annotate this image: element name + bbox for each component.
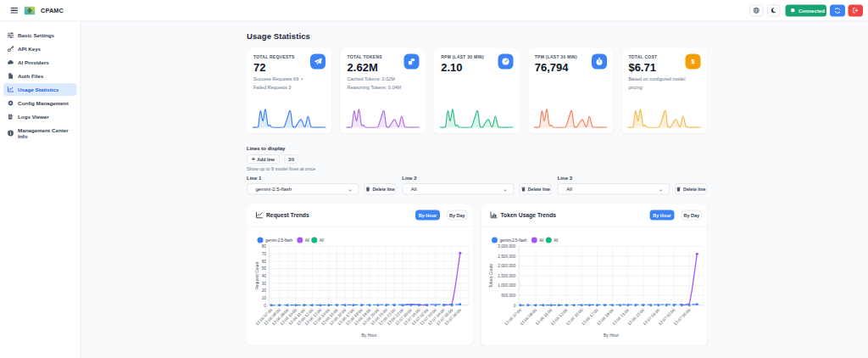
svg-text:0: 0: [264, 304, 266, 308]
svg-text:gemini-2.5-flash: gemini-2.5-flash: [500, 238, 528, 243]
svg-text:30: 30: [262, 282, 267, 286]
svg-text:50: 50: [262, 266, 267, 271]
svg-text:$: $: [691, 58, 695, 65]
svg-text:3,000,000: 3,000,000: [498, 244, 515, 249]
svg-text:80: 80: [262, 244, 267, 249]
svg-text:60: 60: [262, 260, 267, 264]
svg-text:All: All: [320, 238, 324, 243]
svg-text:gemini-2.5-flash: gemini-2.5-flash: [265, 238, 293, 243]
svg-text:70: 70: [262, 252, 267, 256]
svg-text:500,000: 500,000: [501, 294, 516, 298]
svg-text:2,500,000: 2,500,000: [498, 255, 515, 259]
svg-text:40: 40: [262, 274, 267, 278]
svg-text:0: 0: [514, 304, 516, 308]
svg-text:10: 10: [262, 296, 267, 300]
svg-text:Token Count: Token Count: [488, 264, 493, 288]
svg-text:All: All: [305, 238, 309, 243]
svg-text:Request Count: Request Count: [254, 261, 259, 290]
svg-text:2,000,000: 2,000,000: [498, 264, 515, 268]
svg-text:By Hour: By Hour: [604, 333, 619, 338]
svg-text:12-07 05:00: 12-07 05:00: [673, 308, 692, 327]
svg-text:All: All: [554, 238, 558, 243]
svg-text:All: All: [539, 238, 543, 243]
svg-text:20: 20: [262, 288, 267, 293]
svg-text:1,500,000: 1,500,000: [498, 274, 515, 278]
svg-text:By Hour: By Hour: [361, 333, 376, 338]
svg-text:1,000,000: 1,000,000: [498, 283, 515, 288]
